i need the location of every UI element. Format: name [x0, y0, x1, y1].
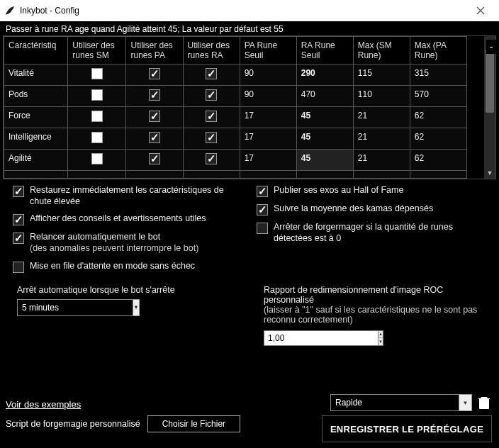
- option-row: Afficher des conseils et avertissements …: [13, 213, 242, 225]
- preset-combo[interactable]: ▼: [330, 394, 472, 411]
- option-label: Publier ses exos au Hall of Fame: [274, 185, 403, 196]
- autostop-combo[interactable]: ▼: [17, 299, 130, 316]
- table-header-row: Caractéristiq Utiliser des runes SM Util…: [4, 37, 467, 65]
- cell-pa[interactable]: [126, 86, 183, 107]
- checkbox[interactable]: [149, 68, 160, 79]
- table-scrollbar[interactable]: ▲ ▼: [484, 36, 495, 179]
- col-ra: Utiliser des runes RA: [183, 37, 240, 65]
- cell-raseuil[interactable]: 470: [296, 86, 353, 107]
- cell-stat: Intelligence: [4, 128, 68, 150]
- preset-input[interactable]: [330, 394, 459, 411]
- cell-maxpa[interactable]: 62: [410, 150, 466, 171]
- checkbox[interactable]: [257, 186, 268, 197]
- checkbox[interactable]: [149, 89, 160, 101]
- cell-maxpa[interactable]: 570: [410, 86, 466, 107]
- chevron-down-icon[interactable]: ▼: [459, 394, 472, 411]
- checkbox[interactable]: [206, 68, 217, 79]
- table-row[interactable]: Agilité17452162: [4, 150, 467, 171]
- checkbox[interactable]: [149, 111, 160, 122]
- cell-raseuil[interactable]: 290: [296, 65, 353, 86]
- spin-up-icon[interactable]: ▲: [379, 331, 383, 339]
- autostop-label: Arrêt automatique lorsque le bot s'arrêt…: [17, 285, 235, 295]
- col-maxpa: Max (PA Rune): [410, 37, 466, 65]
- save-preset-button[interactable]: ENREGISTRER LE PRÉRÉGLAGE: [322, 415, 492, 442]
- cell-pa[interactable]: [126, 150, 183, 171]
- cell-paseuil[interactable]: 90: [240, 65, 296, 86]
- checkbox[interactable]: [91, 68, 103, 79]
- roc-input[interactable]: [264, 330, 379, 346]
- cell-maxsm[interactable]: 21: [353, 128, 410, 150]
- autostop-input[interactable]: [17, 299, 133, 316]
- option-label: Suivre la moyenne des kamas dépensés: [274, 203, 433, 215]
- cell-paseuil[interactable]: 17: [240, 128, 296, 150]
- checkbox[interactable]: [91, 89, 103, 101]
- scroll-thumb[interactable]: [486, 49, 494, 113]
- table-row[interactable]: Vitalité90290115315: [4, 65, 467, 86]
- choose-file-button[interactable]: Choisir le Fichier: [147, 415, 240, 432]
- roc-hint: (laisser à "1" sauf si les caractéristiq…: [264, 305, 482, 325]
- cell-maxsm[interactable]: 115: [353, 65, 410, 86]
- checkbox[interactable]: [13, 262, 24, 273]
- trash-icon: [478, 396, 490, 410]
- delete-preset-button[interactable]: [476, 394, 492, 411]
- checkbox[interactable]: [257, 204, 268, 215]
- checkbox[interactable]: [257, 223, 268, 234]
- window-title: Inkybot - Config: [20, 6, 79, 16]
- spin-down-icon[interactable]: ▼: [379, 338, 383, 345]
- cell-ra[interactable]: [183, 128, 240, 150]
- checkbox[interactable]: [13, 233, 24, 244]
- cell-raseuil[interactable]: 45: [296, 107, 353, 128]
- table-row[interactable]: Intelligence17452162: [4, 128, 467, 150]
- checkbox[interactable]: [206, 132, 217, 143]
- cell-maxsm[interactable]: 21: [353, 107, 410, 128]
- checkbox[interactable]: [206, 89, 217, 101]
- cell-pa[interactable]: [126, 107, 183, 128]
- cell-maxsm[interactable]: 21: [353, 150, 410, 171]
- cell-paseuil[interactable]: 90: [240, 86, 296, 107]
- cell-stat: Force: [4, 107, 68, 128]
- scroll-down-icon[interactable]: ▼: [484, 167, 495, 179]
- cell-maxpa[interactable]: 62: [410, 128, 466, 150]
- table-row[interactable]: Pods90470110570: [4, 86, 467, 107]
- cell-ra[interactable]: [183, 150, 240, 171]
- col-raseuil: RA Rune Seuil: [296, 37, 353, 65]
- col-paseuil: PA Rune Seuil: [240, 37, 296, 65]
- cell-paseuil[interactable]: 17: [240, 107, 296, 128]
- cell-sm[interactable]: [68, 65, 126, 86]
- col-sm: Utiliser des runes SM: [68, 37, 126, 65]
- cell-sm[interactable]: [68, 107, 126, 128]
- cell-maxpa[interactable]: 315: [410, 65, 466, 86]
- checkbox[interactable]: [149, 132, 160, 143]
- cell-paseuil[interactable]: 17: [240, 150, 296, 171]
- checkbox[interactable]: [13, 214, 24, 225]
- option-row: Arrêter de forgermager si la quantité de…: [257, 222, 486, 244]
- cell-maxpa[interactable]: 62: [410, 107, 466, 128]
- collapse-tab[interactable]: -: [486, 40, 496, 54]
- cell-maxsm[interactable]: 110: [353, 86, 410, 107]
- checkbox[interactable]: [206, 153, 217, 164]
- checkbox[interactable]: [91, 132, 103, 143]
- checkbox[interactable]: [91, 111, 103, 122]
- cell-pa[interactable]: [126, 65, 183, 86]
- checkbox[interactable]: [91, 153, 103, 164]
- cell-ra[interactable]: [183, 86, 240, 107]
- cell-sm[interactable]: [68, 128, 126, 150]
- cell-sm[interactable]: [68, 150, 126, 171]
- titlebar: Inkybot - Config: [0, 0, 499, 21]
- checkbox[interactable]: [13, 186, 24, 197]
- cell-raseuil[interactable]: 45: [296, 150, 353, 171]
- cell-pa[interactable]: [126, 128, 183, 150]
- roc-stepper[interactable]: ▲ ▼: [264, 330, 327, 346]
- close-button[interactable]: [466, 0, 495, 21]
- chevron-down-icon[interactable]: ▼: [133, 299, 140, 316]
- cell-ra[interactable]: [183, 65, 240, 86]
- roc-spinner[interactable]: ▲ ▼: [379, 330, 383, 346]
- option-label: Relancer automatiquement le bot(des anom…: [30, 232, 198, 254]
- checkbox[interactable]: [149, 153, 160, 164]
- table-row[interactable]: Force17452162: [4, 107, 467, 128]
- checkbox[interactable]: [206, 111, 217, 122]
- examples-link[interactable]: Voir des exemples: [6, 399, 81, 410]
- cell-raseuil[interactable]: 45: [296, 128, 353, 150]
- cell-sm[interactable]: [68, 86, 126, 107]
- cell-ra[interactable]: [183, 107, 240, 128]
